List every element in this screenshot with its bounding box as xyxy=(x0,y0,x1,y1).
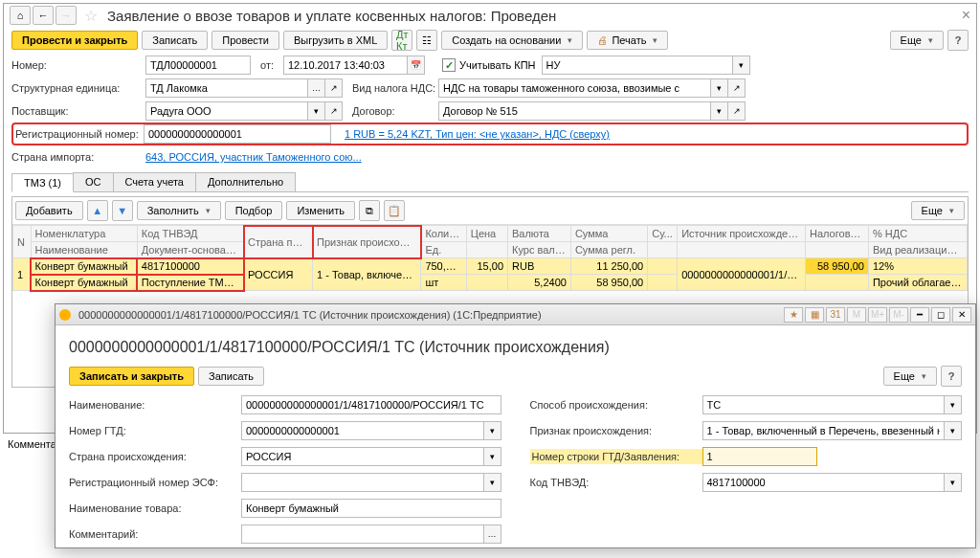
rate-link[interactable]: 1 RUB = 5,24 KZT, Тип цен: <не указан>, … xyxy=(345,128,610,140)
kpn-checkbox[interactable]: ✓ xyxy=(442,58,456,72)
col-name[interactable]: Наименование xyxy=(31,242,137,258)
dialog-help-button[interactable]: ? xyxy=(941,366,962,387)
print-button[interactable]: 🖨Печать xyxy=(587,31,668,50)
dlg-comment-input[interactable] xyxy=(241,525,484,544)
tab-accounts[interactable]: Счета учета xyxy=(113,172,196,191)
mplus-btn[interactable]: M+ xyxy=(868,307,887,323)
post-and-close-button[interactable]: Провести и закрыть xyxy=(11,31,138,50)
dlg-gtd-input[interactable] xyxy=(241,421,484,440)
kpn-dd-icon[interactable]: ▾ xyxy=(733,56,750,75)
contract-dd-icon[interactable]: ▾ xyxy=(711,101,728,121)
forward-icon[interactable]: → xyxy=(56,6,77,25)
copy-icon[interactable]: ⧉ xyxy=(359,200,380,221)
dlg-tnved-input[interactable] xyxy=(702,473,946,492)
create-based-button[interactable]: Создать на основании xyxy=(441,31,583,50)
tab-additional[interactable]: Дополнительно xyxy=(195,172,296,191)
dialog-close-icon[interactable]: ✕ xyxy=(952,307,971,323)
dlg-method-dd-icon[interactable]: ▾ xyxy=(945,395,962,414)
mminus-btn[interactable]: M- xyxy=(889,307,908,323)
dlg-goods-input[interactable] xyxy=(241,499,501,518)
contract-input[interactable] xyxy=(438,101,711,121)
dlg-gtdline-input[interactable] xyxy=(702,447,817,466)
dlg-name-input[interactable] xyxy=(241,395,501,414)
number-input[interactable] xyxy=(145,56,251,75)
col-country[interactable]: Страна происхожд... xyxy=(244,226,313,258)
export-xml-button[interactable]: Выгрузить в XML xyxy=(283,31,388,50)
calc-icon[interactable]: ▦ xyxy=(805,307,824,323)
col-n[interactable]: N xyxy=(13,226,32,258)
col-sum[interactable]: Сумма xyxy=(570,226,647,242)
dlg-esf-input[interactable] xyxy=(241,473,484,492)
selection-button[interactable]: Подбор xyxy=(225,201,283,220)
contract-open-icon[interactable]: ↗ xyxy=(728,101,746,121)
col-sum-reg[interactable]: Сумма регл. xyxy=(570,242,647,258)
calendar-icon[interactable]: 📅 xyxy=(408,56,425,75)
dlg-attr-input[interactable] xyxy=(702,421,946,440)
col-su[interactable]: Су... xyxy=(648,226,678,242)
import-country-link[interactable]: 643, РОССИЯ, участник Таможенного сою... xyxy=(145,151,362,163)
write-button[interactable]: Записать xyxy=(142,31,208,50)
dialog-write-button[interactable]: Записать xyxy=(198,367,264,386)
add-button[interactable]: Добавить xyxy=(15,201,83,220)
dialog-more-button[interactable]: Еще xyxy=(883,367,937,386)
dialog-save-close-button[interactable]: Записать и закрыть xyxy=(69,367,194,386)
dlg-country-input[interactable] xyxy=(241,447,484,466)
tab-tmz[interactable]: ТМЗ (1) xyxy=(11,173,74,192)
fill-button[interactable]: Заполнить xyxy=(137,201,221,220)
m-btn[interactable]: M xyxy=(847,307,866,323)
col-vat-pct[interactable]: % НДС xyxy=(868,226,967,242)
org-ellipsis-icon[interactable]: … xyxy=(308,78,325,98)
col-rate[interactable]: Курс валюты xyxy=(508,242,571,258)
col-doc[interactable]: Документ-основание xyxy=(137,242,243,258)
dlg-attr-dd-icon[interactable]: ▾ xyxy=(945,421,962,440)
col-qty[interactable]: Колич... xyxy=(421,226,466,242)
dlg-country-dd-icon[interactable]: ▾ xyxy=(484,447,501,466)
grid-more-button[interactable]: Еще xyxy=(911,201,965,220)
help-button[interactable]: ? xyxy=(947,30,969,51)
report-icon[interactable]: ☷ xyxy=(416,30,437,51)
fav-icon[interactable]: ★ xyxy=(784,307,803,323)
paste-icon[interactable]: 📋 xyxy=(384,200,405,221)
home-icon[interactable]: ⌂ xyxy=(10,6,31,25)
close-icon[interactable]: × xyxy=(962,7,970,24)
dlg-esf-dd-icon[interactable]: ▾ xyxy=(484,473,501,492)
col-attr[interactable]: Признак происхождения xyxy=(313,226,421,258)
post-button[interactable]: Провести xyxy=(212,31,279,50)
dlg-gtd-dd-icon[interactable]: ▾ xyxy=(484,421,501,440)
dlg-method-input[interactable] xyxy=(702,395,946,414)
col-currency[interactable]: Валюта xyxy=(508,226,571,242)
tab-os[interactable]: ОС xyxy=(73,172,114,191)
col-origin[interactable]: Источник происхождения xyxy=(678,226,806,242)
compare-icon[interactable]: ДтКт xyxy=(391,30,412,51)
table-row[interactable]: Конверт бумажный Поступление ТМЗ и ... ш… xyxy=(13,275,968,291)
supplier-open-icon[interactable]: ↗ xyxy=(325,101,343,121)
back-icon[interactable]: ← xyxy=(33,6,54,25)
dlg-comment-ellipsis-icon[interactable]: … xyxy=(484,525,501,544)
minimize-icon[interactable]: ━ xyxy=(910,307,929,323)
table-row[interactable]: 1 Конверт бумажный 4817100000 РОССИЯ 1 -… xyxy=(13,258,968,275)
vat-type-input[interactable] xyxy=(438,78,711,98)
col-tax-base[interactable]: Налоговая база НДС xyxy=(806,226,869,242)
dlg-tnved-dd-icon[interactable]: ▾ xyxy=(945,473,962,492)
col-nomenclature[interactable]: Номенклатура xyxy=(31,226,137,242)
col-real-type[interactable]: Вид реализации (Н xyxy=(868,242,967,258)
move-down-icon[interactable]: ▼ xyxy=(112,200,133,221)
more-button[interactable]: Еще xyxy=(890,31,944,50)
col-price[interactable]: Цена xyxy=(466,226,507,242)
kpn-input[interactable] xyxy=(542,56,733,75)
org-open-icon[interactable]: ↗ xyxy=(325,78,343,98)
supplier-dd-icon[interactable]: ▾ xyxy=(308,101,325,121)
supplier-input[interactable] xyxy=(145,101,308,121)
vat-type-open-icon[interactable]: ↗ xyxy=(728,78,746,98)
move-up-icon[interactable]: ▲ xyxy=(87,200,108,221)
col-ed[interactable]: Ед. xyxy=(421,242,466,258)
date-input[interactable] xyxy=(283,56,408,75)
vat-type-dd-icon[interactable]: ▾ xyxy=(711,78,728,98)
favorite-icon[interactable]: ☆ xyxy=(84,7,98,25)
change-button[interactable]: Изменить xyxy=(286,201,355,220)
maximize-icon[interactable]: ◻ xyxy=(931,307,950,323)
col-tnved[interactable]: Код ТНВЭД xyxy=(137,226,243,242)
org-input[interactable] xyxy=(145,78,308,98)
regnum-input[interactable] xyxy=(144,124,331,144)
date-icon[interactable]: 31 xyxy=(826,307,845,323)
